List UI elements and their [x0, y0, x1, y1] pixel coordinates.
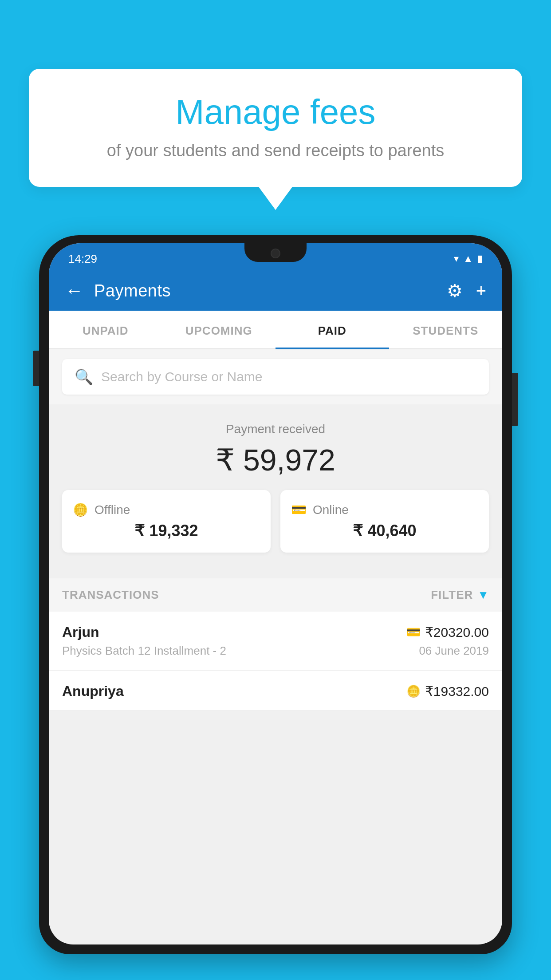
online-card: 💳 Online ₹ 40,640 — [280, 490, 489, 553]
gear-icon[interactable]: ⚙ — [447, 281, 463, 301]
phone-outer: 14:29 ▾ ▲ ▮ ← Payments ⚙ + UNPAID UPCO — [39, 235, 512, 954]
filter-button[interactable]: FILTER ▼ — [431, 588, 489, 602]
transaction-name-2: Anupriya — [62, 683, 124, 699]
transaction-course: Physics Batch 12 Installment - 2 — [62, 644, 226, 658]
transaction-date: 06 June 2019 — [419, 644, 489, 658]
online-icon: 💳 — [291, 502, 307, 517]
back-button[interactable]: ← — [65, 280, 83, 301]
offline-card: 🪙 Offline ₹ 19,332 — [62, 490, 271, 553]
signal-icon: ▲ — [463, 253, 473, 265]
tab-unpaid[interactable]: UNPAID — [49, 312, 162, 349]
transaction-bottom: Physics Batch 12 Installment - 2 06 June… — [62, 644, 489, 658]
app-header: ← Payments ⚙ + — [49, 271, 502, 311]
payment-received-section: Payment received ₹ 59,972 🪙 Offline ₹ 19… — [49, 404, 502, 578]
payment-cards: 🪙 Offline ₹ 19,332 💳 Online ₹ 40,640 — [62, 490, 489, 565]
status-icons: ▾ ▲ ▮ — [454, 253, 483, 265]
transactions-header: TRANSACTIONS FILTER ▼ — [49, 578, 502, 612]
speech-bubble-container: Manage fees of your students and send re… — [29, 69, 522, 210]
wifi-icon: ▾ — [454, 253, 459, 265]
search-icon: 🔍 — [75, 368, 93, 386]
page-title: Payments — [94, 281, 436, 300]
online-amount: ₹ 40,640 — [291, 522, 478, 540]
offline-icon: 🪙 — [73, 502, 88, 517]
transaction-top-2: Anupriya 🪙 ₹19332.00 — [62, 683, 489, 699]
transaction-row-partial[interactable]: Anupriya 🪙 ₹19332.00 — [49, 671, 502, 711]
tabs-container: UNPAID UPCOMING PAID STUDENTS — [49, 311, 502, 349]
status-time: 14:29 — [68, 252, 97, 266]
battery-icon: ▮ — [477, 253, 483, 265]
search-input[interactable]: Search by Course or Name — [101, 369, 263, 384]
phone-wrapper: 14:29 ▾ ▲ ▮ ← Payments ⚙ + UNPAID UPCO — [39, 235, 512, 980]
transaction-top: Arjun 💳 ₹20320.00 — [62, 624, 489, 640]
speech-bubble: Manage fees of your students and send re… — [29, 69, 522, 187]
tab-paid[interactable]: PAID — [276, 312, 389, 349]
offline-type: Offline — [94, 503, 130, 517]
transaction-amount-container: 💳 ₹20320.00 — [406, 624, 489, 640]
offline-payment-icon: 🪙 — [406, 684, 421, 698]
phone-screen: 14:29 ▾ ▲ ▮ ← Payments ⚙ + UNPAID UPCO — [49, 243, 502, 944]
offline-amount: ₹ 19,332 — [73, 522, 260, 540]
transaction-amount: ₹20320.00 — [425, 624, 489, 640]
payment-received-label: Payment received — [62, 422, 489, 436]
transaction-amount-2: ₹19332.00 — [425, 684, 489, 699]
phone-notch-camera — [271, 249, 280, 258]
filter-icon: ▼ — [477, 588, 489, 602]
transaction-row[interactable]: Arjun 💳 ₹20320.00 Physics Batch 12 Insta… — [49, 612, 502, 671]
tab-upcoming[interactable]: UPCOMING — [162, 312, 276, 349]
filter-label: FILTER — [431, 588, 473, 602]
speech-bubble-title: Manage fees — [60, 93, 491, 131]
online-card-header: 💳 Online — [291, 502, 478, 517]
speech-bubble-subtitle: of your students and send receipts to pa… — [60, 141, 491, 160]
transaction-amount-container-2: 🪙 ₹19332.00 — [406, 684, 489, 699]
header-actions: ⚙ + — [447, 281, 486, 301]
add-icon[interactable]: + — [476, 281, 486, 301]
online-type: Online — [313, 503, 349, 517]
payment-amount-large: ₹ 59,972 — [62, 443, 489, 478]
card-payment-icon: 💳 — [406, 625, 421, 639]
tab-students[interactable]: STUDENTS — [389, 312, 503, 349]
speech-bubble-arrow — [259, 187, 292, 210]
search-box[interactable]: 🔍 Search by Course or Name — [62, 359, 489, 395]
search-container: 🔍 Search by Course or Name — [49, 349, 502, 404]
phone-notch — [244, 243, 307, 262]
offline-card-header: 🪙 Offline — [73, 502, 260, 517]
transaction-name: Arjun — [62, 624, 99, 640]
transactions-label: TRANSACTIONS — [62, 588, 159, 602]
